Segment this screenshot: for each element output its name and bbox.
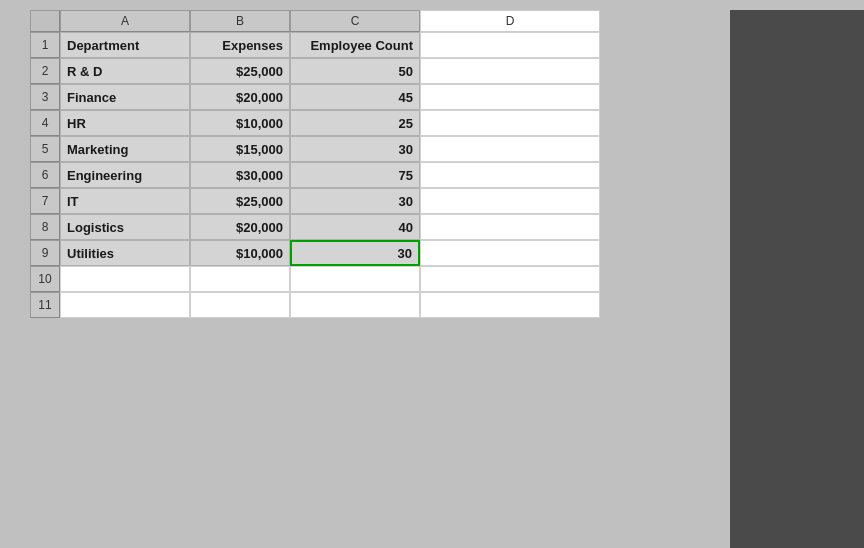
cell-a9[interactable]: Utilities	[60, 240, 190, 266]
cell-a7[interactable]: IT	[60, 188, 190, 214]
spreadsheet-grid: A B C D 1 Department	[30, 10, 730, 548]
grid: A B C D 1 Department	[30, 10, 730, 58]
col-header-a[interactable]: A	[60, 10, 190, 32]
cell-d4[interactable]	[420, 110, 600, 136]
cell-d7[interactable]	[420, 188, 600, 214]
empty-rows: 10 11	[30, 266, 730, 318]
row-4: 4 HR $10,000 25	[30, 110, 730, 136]
cell-d6[interactable]	[420, 162, 600, 188]
row-8: 8 Logistics $20,000 40	[30, 214, 730, 240]
cell-c7[interactable]: 30	[290, 188, 420, 214]
cell-d9[interactable]	[420, 240, 600, 266]
cell-a8[interactable]: Logistics	[60, 214, 190, 240]
cell-c6[interactable]: 75	[290, 162, 420, 188]
row-6: 6 Engineering $30,000 75	[30, 162, 730, 188]
right-panel	[730, 10, 864, 548]
cell-a10[interactable]	[60, 266, 190, 292]
col-header-d[interactable]: D	[420, 10, 600, 32]
cell-d8[interactable]	[420, 214, 600, 240]
row-num-7: 7	[30, 188, 60, 214]
row-num-5: 5	[30, 136, 60, 162]
row-5: 5 Marketing $15,000 30	[30, 136, 730, 162]
data-rows: 2 R & D $25,000 50 3 Finance $20,000 45 …	[30, 58, 730, 266]
cell-d2[interactable]	[420, 58, 600, 84]
row-num-4: 4	[30, 110, 60, 136]
cell-d5[interactable]	[420, 136, 600, 162]
row-3: 3 Finance $20,000 45	[30, 84, 730, 110]
col-header-c[interactable]: C	[290, 10, 420, 32]
column-header-row: A B C D	[30, 10, 730, 32]
cell-b9[interactable]: $10,000	[190, 240, 290, 266]
cell-d11[interactable]	[420, 292, 600, 318]
cell-c10[interactable]	[290, 266, 420, 292]
cell-d10[interactable]	[420, 266, 600, 292]
cell-b7[interactable]: $25,000	[190, 188, 290, 214]
cell-c4[interactable]: 25	[290, 110, 420, 136]
cell-a6[interactable]: Engineering	[60, 162, 190, 188]
cell-d3[interactable]	[420, 84, 600, 110]
cell-a2[interactable]: R & D	[60, 58, 190, 84]
row-7: 7 IT $25,000 30	[30, 188, 730, 214]
cell-b11[interactable]	[190, 292, 290, 318]
cell-d1[interactable]	[420, 32, 600, 58]
row-1: 1 Department Expenses Employee Count	[30, 32, 730, 58]
cell-c1[interactable]: Employee Count	[290, 32, 420, 58]
row-num-11: 11	[30, 292, 60, 318]
cell-c11[interactable]	[290, 292, 420, 318]
cell-c8[interactable]: 40	[290, 214, 420, 240]
row-10: 10	[30, 266, 730, 292]
row-num-6: 6	[30, 162, 60, 188]
cell-a4[interactable]: HR	[60, 110, 190, 136]
cell-b6[interactable]: $30,000	[190, 162, 290, 188]
cell-c2[interactable]: 50	[290, 58, 420, 84]
cell-c9[interactable]: 30	[290, 240, 420, 266]
row-num-8: 8	[30, 214, 60, 240]
row-num-1: 1	[30, 32, 60, 58]
cell-c3[interactable]: 45	[290, 84, 420, 110]
cell-b2[interactable]: $25,000	[190, 58, 290, 84]
corner-cell	[30, 10, 60, 32]
row-2: 2 R & D $25,000 50	[30, 58, 730, 84]
cell-c5[interactable]: 30	[290, 136, 420, 162]
cell-a1[interactable]: Department	[60, 32, 190, 58]
cell-b3[interactable]: $20,000	[190, 84, 290, 110]
cell-b10[interactable]	[190, 266, 290, 292]
cell-a5[interactable]: Marketing	[60, 136, 190, 162]
row-num-10: 10	[30, 266, 60, 292]
row-9: 9 Utilities $10,000 30	[30, 240, 730, 266]
cell-b5[interactable]: $15,000	[190, 136, 290, 162]
cell-a11[interactable]	[60, 292, 190, 318]
row-num-9: 9	[30, 240, 60, 266]
cell-a3[interactable]: Finance	[60, 84, 190, 110]
spreadsheet-app: A B C D 1 Department	[0, 0, 864, 548]
cell-b8[interactable]: $20,000	[190, 214, 290, 240]
cell-b4[interactable]: $10,000	[190, 110, 290, 136]
row-num-3: 3	[30, 84, 60, 110]
row-num-2: 2	[30, 58, 60, 84]
col-header-b[interactable]: B	[190, 10, 290, 32]
cell-b1[interactable]: Expenses	[190, 32, 290, 58]
row-11: 11	[30, 292, 730, 318]
